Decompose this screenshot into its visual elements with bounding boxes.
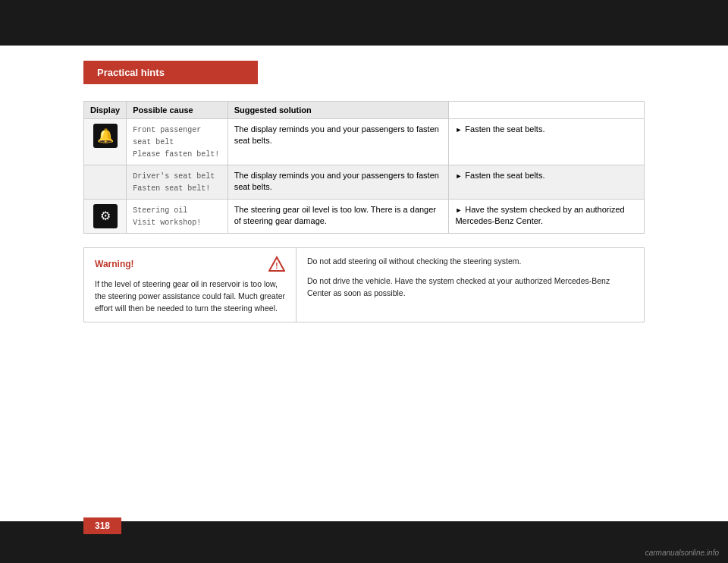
watermark-text: carmanualsonline.info (645, 549, 719, 557)
display-text-1: Front passenger seat beltPlease fasten b… (133, 126, 219, 159)
warning-right-p1: Do not add steering oil without checking… (307, 256, 633, 268)
display-icon-cell-2 (84, 165, 127, 200)
warning-title: Warning! (95, 259, 134, 269)
warning-left-panel: Warning! ! If the level of steering gear… (84, 248, 297, 322)
cause-cell: Front passenger seat beltPlease fasten b… (127, 119, 228, 165)
display-text-3: Steering oilVisit workshop! (133, 206, 201, 227)
table-row: Driver's seat beltFasten seat belt! The … (84, 165, 645, 200)
arrow-icon: ► (455, 126, 462, 134)
col-header-solution: Suggested solution (228, 102, 449, 119)
warning-box: Warning! ! If the level of steering gear… (83, 247, 645, 322)
svg-text:!: ! (275, 262, 278, 270)
section-title: Practical hints (97, 67, 165, 78)
display-icon-cell-3: ⚙ (84, 200, 127, 234)
cause-text-2: The display reminds you and your passeng… (228, 165, 449, 200)
warning-header: Warning! ! (95, 256, 285, 272)
display-text-cell-3: Steering oilVisit workshop! (127, 200, 228, 234)
col-header-cause: Possible cause (127, 102, 228, 119)
page-number-text: 318 (95, 521, 110, 531)
col-header-display: Display (84, 102, 127, 119)
page-number-badge: 318 (83, 517, 121, 534)
warning-triangle-icon: ! (268, 256, 285, 272)
section-header: Practical hints (83, 61, 258, 84)
display-icon-cell: 🔔 (84, 119, 127, 165)
display-text-2: Driver's seat beltFasten seat belt! (133, 172, 215, 193)
arrow-icon-2: ► (455, 172, 462, 180)
info-table: Display Possible cause Suggested solutio… (83, 101, 645, 234)
table-row: ⚙ Steering oilVisit workshop! The steeri… (84, 200, 645, 234)
cause-text-1: The display reminds you and your passeng… (228, 119, 449, 165)
arrow-icon-3: ► (455, 206, 462, 214)
solution-cell-3: ►Have the system checked by an authorize… (449, 200, 645, 234)
seatbelt-icon: 🔔 (93, 124, 118, 148)
solution-cell-1: ►Fasten the seat belts. (449, 119, 645, 165)
cause-text-3: The steering gear oil level is too low. … (228, 200, 449, 234)
table-row: 🔔 Front passenger seat beltPlease fasten… (84, 119, 645, 165)
warning-body-text: If the level of steering gear oil in res… (95, 278, 285, 314)
main-content: Practical hints Display Possible cause S… (0, 46, 728, 521)
top-band (0, 0, 728, 46)
warning-right-p2: Do not drive the vehicle. Have the syste… (307, 275, 633, 300)
warning-right-panel: Do not add steering oil without checking… (297, 248, 644, 322)
solution-cell-2: ►Fasten the seat belts. (449, 165, 645, 200)
display-text-cell-2: Driver's seat beltFasten seat belt! (127, 165, 228, 200)
steering-oil-icon: ⚙ (93, 204, 118, 228)
watermark: carmanualsonline.info (645, 549, 719, 557)
